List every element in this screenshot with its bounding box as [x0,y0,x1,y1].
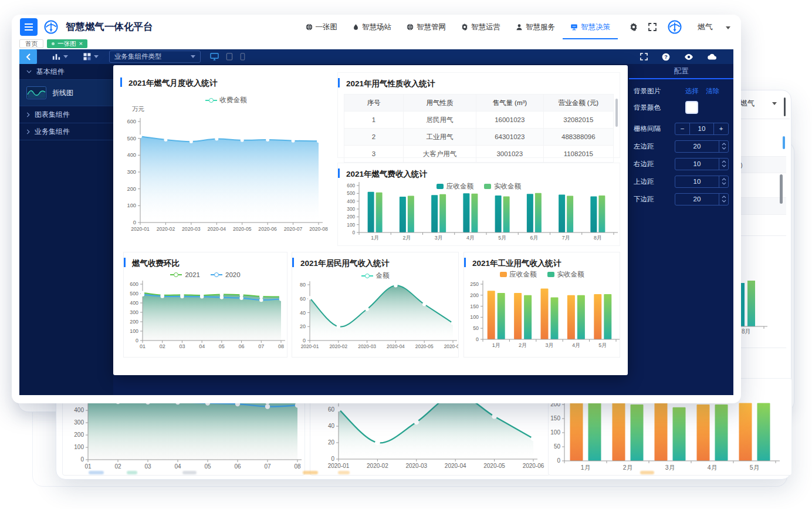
nav-item-one-map[interactable]: 一张图 [298,15,346,39]
svg-text:0: 0 [331,456,334,462]
spinner-arrows-icon[interactable] [719,194,728,205]
panel-monthly-income: 2021年燃气月度收入统计 收费金额 万元 010020030040050060… [120,72,331,246]
app-title: 智慧燃气一体化平台 [66,21,153,33]
legend-item[interactable]: 2020 [211,271,241,278]
legend-item[interactable]: 金额 [361,271,390,280]
svg-text:0: 0 [133,220,136,225]
cloud-save-icon[interactable] [708,53,717,60]
decrement-button[interactable]: − [675,123,689,134]
svg-text:2020-07: 2020-07 [284,226,303,232]
group-label: 业务集组件 [35,127,70,137]
legend-item[interactable]: 收费金额 [205,96,247,105]
svg-text:8月: 8月 [742,328,751,335]
margin-bottom-input[interactable]: 20 [675,193,729,205]
scrollbar-fragment[interactable] [784,97,786,116]
nav-item-smart-station[interactable]: 智慧场站 [345,15,399,39]
sidebar-item-line-chart[interactable]: 折线图 [19,80,113,106]
svg-text:0: 0 [557,457,560,464]
config-label: 下边距 [634,195,654,204]
panel-edge [738,235,786,236]
svg-text:5月: 5月 [598,342,607,348]
widgets-dropdown[interactable] [83,53,99,60]
preview-eye-icon[interactable] [684,53,693,60]
svg-text:600: 600 [347,183,355,188]
table-row-fragment [738,197,786,215]
table-scrollbar-thumb[interactable] [780,174,783,204]
sidebar-group-basic[interactable]: 基本组件 [19,64,113,80]
designer-workspace: 基本组件 折线图 图表集组件 业务集组件 2021年燃气月度收入统计 [19,64,733,395]
svg-text:200: 200 [127,186,136,192]
bg-color-swatch[interactable] [685,101,698,114]
app-window: 智慧燃气一体化平台 一张图 智慧场站 智慧管网 智慧运营 智慧服务 [12,15,741,403]
tab-label: 一张图 [57,40,76,48]
help-icon[interactable]: ? [662,53,670,61]
close-icon[interactable]: × [79,41,83,47]
component-type-select[interactable]: 业务集组件类型 [109,50,201,63]
svg-text:2月: 2月 [519,342,527,348]
svg-text:400: 400 [130,300,138,306]
svg-text:07: 07 [264,463,271,470]
svg-text:50: 50 [554,443,561,450]
table-row[interactable]: 2 工业用气 64301023 488388096 [344,129,614,146]
nav-item-smart-pipeline[interactable]: 智慧管网 [399,15,454,39]
component-sidebar: 基本组件 折线图 图表集组件 业务集组件 [19,64,113,395]
svg-text:2020-03: 2020-03 [405,463,427,469]
phone-preview-icon[interactable] [240,53,245,60]
chart-industry-income: 0501001502002501月2月3月4月5月 [465,279,620,355]
bg-image-clear-link[interactable]: 清除 [706,87,719,96]
brand-logo-icon [43,19,59,35]
config-label: 上边距 [634,177,654,186]
spinner-arrows-icon[interactable] [719,176,728,187]
nav-item-smart-operation[interactable]: 智慧运营 [454,15,508,39]
sidebar-group-business[interactable]: 业务集组件 [19,123,113,140]
table-row[interactable]: 3 大客户用气 3001023 11082015 [344,146,614,163]
panel-usage-table: 2021年用气性质收入统计 序号 用气性质 售气量 (m³) 营业金额 (元) [337,72,620,158]
margin-right-input[interactable]: 10 [675,158,729,170]
tablet-preview-icon[interactable] [226,53,233,60]
bg-image-select-link[interactable]: 选择 [685,87,699,96]
main-nav-menu: 一张图 智慧场站 智慧管网 智慧运营 智慧服务 智慧决策 [298,15,618,39]
svg-text:4月: 4月 [466,235,475,241]
col-header: 售气量 (m³) [476,95,543,112]
tenant-select[interactable]: 燃气 [698,22,730,32]
increment-button[interactable]: + [714,123,728,134]
svg-text:4月: 4月 [572,342,580,348]
svg-text:2月: 2月 [403,235,411,241]
svg-text:2月: 2月 [623,464,632,471]
collapse-left-button[interactable] [19,49,37,64]
spinner-arrows-icon[interactable] [719,159,728,170]
grid-gap-stepper[interactable]: − 10 + [675,123,729,135]
svg-text:0: 0 [80,456,84,463]
legend-fragment [640,471,654,474]
desktop-preview-icon[interactable] [210,53,219,60]
panel-industry-income: 2021年工业用气收入统计 应收金额 实收金额 0501001502002501… [463,252,620,358]
legend-item[interactable]: 应收金额 [500,270,537,279]
hamburger-menu-button[interactable] [20,18,38,36]
fullscreen-icon[interactable] [640,53,648,60]
margin-left-input[interactable]: 20 [675,140,729,153]
table-scrollbar-thumb[interactable] [615,99,618,127]
tab-home[interactable]: 首页 [19,39,43,48]
settings-gear-icon[interactable] [630,23,638,31]
chart-type-dropdown[interactable] [52,53,68,60]
chevron-down-icon [772,102,777,105]
svg-text:400: 400 [127,152,136,158]
svg-text:08: 08 [278,343,284,349]
panel-title: 燃气收费环比 [124,252,287,269]
svg-text:2020-06: 2020-06 [444,343,458,349]
nav-item-smart-decision[interactable]: 智慧决策 [563,15,618,39]
fullscreen-icon[interactable] [648,23,657,31]
legend-item[interactable]: 2021 [170,271,200,278]
spinner-arrows-icon[interactable] [719,141,728,152]
legend-label: 收费金额 [220,96,247,105]
margin-top-input[interactable]: 10 [675,176,729,188]
svg-text:100: 100 [127,203,136,208]
legend-item[interactable]: 实收金额 [547,270,584,279]
tab-one-map-active[interactable]: 一张图 × [47,39,87,48]
scrollbar-accent-fragment [783,136,785,149]
nav-item-smart-service[interactable]: 智慧服务 [508,15,563,39]
table-row[interactable]: 1 居民用气 16001023 32082015 [344,112,614,129]
svg-text:300: 300 [347,207,355,212]
background-tenant-select[interactable]: 燃气 [740,99,777,109]
sidebar-group-chartset[interactable]: 图表集组件 [19,106,113,123]
